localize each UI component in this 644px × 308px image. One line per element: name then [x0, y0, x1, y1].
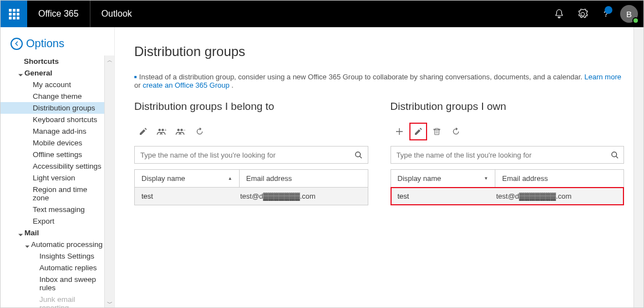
notifications-button[interactable] [548, 1, 570, 27]
cell-display-name: test [141, 192, 240, 200]
sidebar-item-export[interactable]: Export [1, 215, 104, 227]
sidebar-item-text-messaging[interactable]: Text messaging [1, 204, 104, 215]
sidebar-item-automatic-replies[interactable]: Automatic replies [1, 262, 104, 274]
nav-tree: Shortcuts General My account Change them… [1, 55, 114, 308]
svg-point-5 [180, 129, 182, 131]
cell-display-name: test [398, 192, 496, 200]
add-button[interactable] [391, 123, 408, 140]
main-area: Options Shortcuts General My account Cha… [1, 27, 643, 308]
panel-own-search [391, 146, 625, 164]
column-display-name[interactable]: Display name ▲ [135, 170, 240, 187]
settings-button[interactable] [571, 1, 594, 27]
panel-own-title: Distribution groups I own [391, 100, 625, 113]
brand-label[interactable]: Office 365 [27, 1, 90, 27]
column-email-label: Email address [502, 174, 547, 183]
edit-button[interactable] [409, 123, 427, 140]
edit-button[interactable] [134, 123, 152, 140]
options-title: Options [26, 37, 64, 50]
svg-line-13 [616, 156, 618, 158]
presence-indicator [632, 17, 639, 24]
refresh-button[interactable] [447, 123, 465, 140]
column-display-name[interactable]: Display name ▼ [391, 170, 496, 187]
search-input[interactable] [391, 147, 606, 163]
content-scrollbar[interactable] [633, 27, 643, 308]
search-icon [354, 151, 363, 159]
panel-groups-own: Distribution groups I own [391, 100, 625, 205]
panel-belong-grid: Display name ▲ Email address test test@d… [134, 169, 368, 205]
sidebar-item-accessibility-settings[interactable]: Accessibility settings [1, 160, 104, 172]
join-group-button[interactable]: + [153, 123, 171, 140]
search-button[interactable] [606, 147, 623, 163]
refresh-button[interactable] [191, 123, 209, 140]
sidebar-item-junk-email-reporting[interactable]: Junk email reporting [1, 294, 104, 308]
waffle-icon [9, 9, 19, 19]
scroll-up-icon[interactable]: ︿ [105, 55, 114, 65]
back-button[interactable] [11, 38, 23, 50]
sidebar-item-region-time-zone[interactable]: Region and time zone [1, 184, 104, 204]
cell-email: test@d▓▓▓▓▓▓▓.com [240, 192, 361, 200]
sidebar-category-mail[interactable]: Mail [1, 227, 104, 239]
edit-icon [139, 127, 148, 136]
avatar[interactable]: B [620, 5, 638, 23]
sidebar-item-mobile-devices[interactable]: Mobile devices [1, 137, 104, 149]
svg-text:+: + [164, 128, 166, 133]
svg-point-7 [356, 152, 361, 156]
arrow-left-icon [14, 41, 20, 47]
search-icon [611, 151, 619, 159]
sidebar-item-shortcuts[interactable]: Shortcuts [1, 55, 104, 67]
sidebar-scrollbar[interactable]: ︿ ﹀ [104, 55, 114, 308]
panel-belong-toolbar: + − [134, 123, 368, 140]
join-group-icon: + [156, 127, 168, 136]
grid-header: Display name ▼ Email address [391, 170, 624, 188]
top-header: Office 365 Outlook ? B [1, 1, 643, 27]
table-row[interactable]: test test@d▓▓▓▓▓▓▓.com [135, 188, 368, 205]
sidebar-item-insights-settings[interactable]: Insights Settings [1, 250, 104, 262]
svg-point-4 [178, 129, 180, 131]
delete-button[interactable] [428, 123, 446, 140]
search-input[interactable] [135, 147, 350, 163]
scroll-down-icon[interactable]: ﹀ [105, 299, 114, 308]
create-group-link[interactable]: create an Office 365 Group [143, 81, 230, 89]
sidebar-item-distribution-groups[interactable]: Distribution groups [1, 102, 104, 114]
sidebar-item-light-version[interactable]: Light version [1, 172, 104, 184]
sidebar-category-general[interactable]: General [1, 67, 104, 79]
app-launcher-button[interactable] [1, 1, 27, 27]
options-header[interactable]: Options [1, 37, 114, 55]
sidebar-item-keyboard-shortcuts[interactable]: Keyboard shortcuts [1, 114, 104, 125]
page-title: Distribution groups [134, 44, 624, 59]
search-button[interactable] [350, 147, 368, 163]
refresh-icon [195, 127, 204, 136]
gear-icon [577, 9, 588, 19]
column-email[interactable]: Email address [495, 170, 623, 187]
panel-groups-belong: Distribution groups I belong to + − [134, 100, 368, 205]
column-email[interactable]: Email address [240, 170, 368, 187]
refresh-icon [452, 127, 460, 136]
sidebar: Options Shortcuts General My account Cha… [1, 27, 114, 308]
help-button[interactable]: ? [595, 1, 617, 27]
sidebar-item-change-theme[interactable]: Change theme [1, 90, 104, 102]
leave-group-button[interactable]: − [172, 123, 190, 140]
info-prefix: Instead of a distribution group, conside… [139, 73, 585, 81]
sidebar-item-offline-settings[interactable]: Offline settings [1, 149, 104, 160]
sidebar-item-manage-add-ins[interactable]: Manage add-ins [1, 125, 104, 137]
info-suffix: . [230, 81, 234, 89]
svg-point-1 [159, 129, 161, 131]
learn-more-link[interactable]: Learn more [584, 73, 621, 81]
svg-point-2 [161, 129, 164, 131]
app-name-label[interactable]: Outlook [90, 9, 143, 19]
delete-icon [433, 127, 441, 136]
panel-belong-title: Distribution groups I belong to [134, 100, 368, 113]
panel-own-toolbar [391, 123, 625, 140]
info-text: ■Instead of a distribution group, consid… [134, 73, 624, 89]
sidebar-subcategory-automatic-processing[interactable]: Automatic processing [1, 239, 104, 250]
panel-belong-search [134, 146, 368, 164]
panel-own-grid: Display name ▼ Email address test test@d… [391, 169, 625, 205]
column-display-name-label: Display name [398, 174, 442, 183]
sidebar-item-my-account[interactable]: My account [1, 79, 104, 90]
sort-asc-icon: ▲ [228, 176, 232, 181]
svg-line-8 [359, 156, 362, 158]
chat-badge-icon [605, 6, 612, 14]
table-row[interactable]: test test@d▓▓▓▓▓▓▓.com [391, 188, 624, 205]
bell-icon [554, 9, 564, 19]
sidebar-item-inbox-sweep-rules[interactable]: Inbox and sweep rules [1, 274, 104, 294]
